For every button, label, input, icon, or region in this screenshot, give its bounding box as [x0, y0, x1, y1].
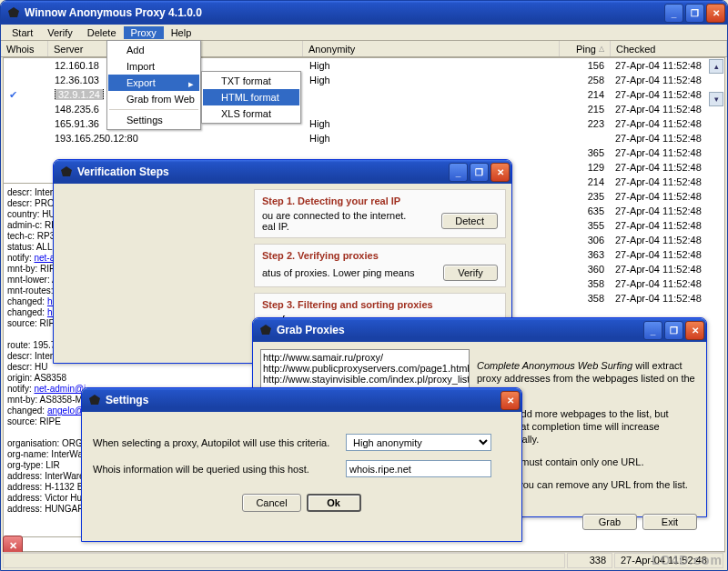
proxy-dropdown: Add Import Export ▸ Grab from Web Settin… [106, 40, 201, 130]
step1-desc: ou are connected to the internet. eal IP… [262, 210, 406, 232]
whois-line: origin: AS8358 [7, 373, 253, 384]
settings-icon [87, 393, 102, 407]
step2-title: Step 2. Verifying proxies [262, 250, 498, 261]
grab-titlebar[interactable]: Grab Proxies _ ❐ ✕ [253, 318, 706, 342]
cancel-button[interactable]: Cancel [242, 494, 300, 512]
menu-settings[interactable]: Settings [108, 112, 199, 128]
settings-close[interactable]: ✕ [500, 391, 520, 410]
main-window-buttons: _ ❐ ✕ [664, 4, 725, 23]
col-anonymity[interactable]: Anonymity [303, 41, 560, 56]
verification-icon [59, 165, 74, 179]
menubar: Start Verify Delete Proxy Help [1, 25, 727, 41]
table-row[interactable]: 36527-Apr-04 11:52:48 [4, 145, 724, 160]
app-icon [6, 5, 21, 20]
step1-group: Step 1. Detecting your real IP ou are co… [254, 189, 506, 238]
status-count: 338 [567, 553, 612, 568]
scroll-thumb-icon[interactable]: ▾ [709, 92, 723, 106]
scroll-up-icon[interactable]: ▴ [709, 59, 723, 74]
detect-button[interactable]: Detect [441, 213, 498, 229]
step1-title: Step 1. Detecting your real IP [262, 195, 498, 206]
menu-export[interactable]: Export ▸ [108, 75, 199, 91]
settings-titlebar[interactable]: Settings ✕ [82, 388, 521, 412]
menu-add[interactable]: Add [108, 42, 199, 58]
verification-close[interactable]: ✕ [490, 163, 510, 182]
settings-window: Settings ✕ When selecting a proxy, Autop… [81, 387, 522, 542]
grab-title: Grab Proxies [277, 324, 643, 336]
main-title: Winnow Anonymous Proxy 4.1.0.0 [25, 6, 664, 19]
menu-delete[interactable]: Delete [80, 26, 124, 39]
verification-titlebar[interactable]: Verification Steps _ ❐ ✕ [54, 160, 511, 184]
ok-button[interactable]: Ok [307, 494, 361, 512]
svg-marker-2 [260, 325, 271, 335]
export-submenu: TXT format HTML format XLS format [201, 71, 301, 124]
close-button[interactable]: ✕ [706, 4, 725, 23]
grab-minimize[interactable]: _ [643, 321, 662, 340]
menu-help[interactable]: Help [164, 26, 199, 39]
grab-maximize[interactable]: ❐ [664, 321, 683, 340]
grab-url-item[interactable]: http://www.samair.ru/proxy/ [263, 352, 467, 363]
verification-minimize[interactable]: _ [449, 163, 468, 182]
settings-label2: Whois information will be queried using … [93, 464, 339, 475]
grab-url-item[interactable]: http://www.stayinvisible.com/index.pl/pr… [263, 374, 467, 385]
whois-host-input[interactable] [346, 460, 491, 477]
minimize-button[interactable]: _ [664, 4, 683, 23]
grab-exit-button[interactable]: Exit [642, 514, 697, 530]
maximize-button[interactable]: ❐ [685, 4, 704, 23]
svg-marker-3 [89, 395, 100, 405]
svg-marker-1 [61, 166, 72, 176]
export-xls[interactable]: XLS format [203, 105, 299, 122]
grab-url-item[interactable]: http://www.publicproxyservers.com/page1.… [263, 363, 467, 374]
verification-title: Verification Steps [77, 165, 449, 178]
main-titlebar[interactable]: Winnow Anonymous Proxy 4.1.0.0 _ ❐ ✕ [1, 1, 727, 25]
table-row[interactable]: 193.165.250.12:80High27-Apr-04 11:52:48 [4, 131, 724, 145]
verify-button[interactable]: Verify [443, 265, 498, 281]
anonymity-select[interactable]: High anonymity [346, 434, 491, 451]
svg-marker-0 [8, 7, 19, 17]
export-txt[interactable]: TXT format [203, 73, 299, 89]
watermark: LO4D.com [652, 553, 723, 567]
menu-import[interactable]: Import [108, 58, 199, 75]
grab-button[interactable]: Grab [582, 514, 637, 530]
settings-label1: When selecting a proxy, Autopilot will u… [93, 437, 339, 448]
col-ping[interactable]: Ping△ [560, 41, 611, 56]
menu-export-label: Export [126, 77, 156, 88]
col-whois[interactable]: Whois [1, 41, 48, 56]
menu-proxy[interactable]: Proxy [124, 26, 164, 39]
step2-desc: atus of proxies. Lower ping means [262, 267, 415, 278]
step2-group: Step 2. Verifying proxies atus of proxie… [254, 244, 506, 287]
grab-close[interactable]: ✕ [685, 321, 704, 340]
verification-maximize[interactable]: ❐ [470, 163, 489, 182]
menu-start[interactable]: Start [5, 26, 40, 39]
status-bar: 338 27-Apr-04 11:52:48 [3, 552, 725, 568]
settings-title: Settings [106, 394, 500, 406]
step3-title: Step 3. Filtering and sorting proxies [262, 299, 498, 310]
grab-icon [258, 323, 273, 337]
submenu-arrow-icon: ▸ [188, 78, 194, 90]
menu-verify[interactable]: Verify [40, 26, 80, 39]
menu-grab-web[interactable]: Grab from Web [108, 91, 199, 107]
col-checked[interactable]: Checked [611, 41, 727, 56]
export-html[interactable]: HTML format [203, 89, 299, 105]
